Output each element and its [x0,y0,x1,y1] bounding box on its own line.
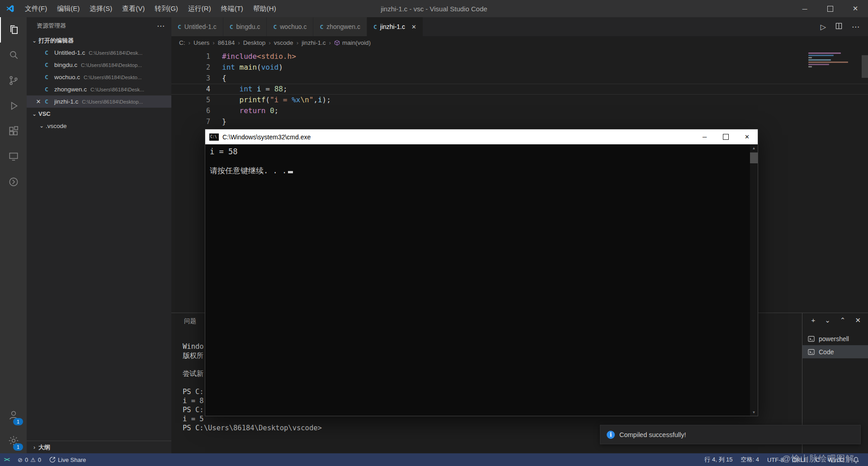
menu-file[interactable]: 文件(F) [20,0,52,17]
run-file-icon[interactable]: ▷ [821,23,826,31]
cmd-scrollbar-thumb[interactable] [750,152,758,163]
file-path: C:\Users\86184\Desktop... [81,62,171,68]
breadcrumb-item[interactable]: vscode [274,39,293,46]
notification-toast[interactable]: i Compiled successfully! [600,425,861,444]
tree-item-vscode-folder[interactable]: ⌄ .vscode [27,120,171,132]
cmd-title-bar[interactable]: C:\ C:\Windows\system32\cmd.exe ─ ✕ [205,129,758,144]
cursor-position[interactable]: 行 4, 列 15 [700,453,736,466]
open-editor-jinzhi-active[interactable]: ✕ C jinzhi-1.c C:\Users\86184\Desktop... [27,95,171,108]
c-file-icon: C [273,24,277,30]
editor-scrollbar-thumb[interactable] [862,55,868,78]
source-control-icon[interactable] [0,68,27,93]
menu-go[interactable]: 转到(G) [150,0,183,17]
open-editor-untitled[interactable]: C Untitled-1.c C:\Users\86184\Desk... [27,47,171,59]
menu-terminal[interactable]: 终端(T) [216,0,248,17]
live-share-icon[interactable] [0,169,27,195]
scroll-up-icon[interactable]: ▲ [750,144,758,152]
run-debug-icon[interactable] [0,93,27,119]
remote-icon: >< [4,456,9,463]
tab-wochuo[interactable]: C wochuo.c [267,17,313,36]
code-line-7[interactable]: 7 } [171,116,868,127]
split-editor-icon[interactable] [835,23,842,31]
settings-gear-icon[interactable]: 1 [0,428,27,453]
open-editor-bingdu[interactable]: C bingdu.c C:\Users\86184\Desktop... [27,59,171,71]
breadcrumb-item[interactable]: 86184 [218,39,235,46]
breadcrumb: C: › Users › 86184 › Desktop › vscode › … [171,36,868,49]
cmd-scrollbar[interactable]: ▲ ▼ [750,144,758,416]
search-icon[interactable] [0,43,27,68]
close-icon[interactable]: ✕ [35,98,42,105]
tab-label: zhongwen.c [326,23,360,30]
outline-section[interactable]: › 大纲 [27,441,171,453]
tab-bingdu[interactable]: C bingdu.c [223,17,267,36]
open-editors-section[interactable]: ⌄ 打开的编辑器 [27,34,171,47]
maximize-button[interactable] [817,0,843,17]
scroll-down-icon[interactable]: ▼ [750,409,758,416]
tab-untitled-1c[interactable]: C Untitled-1.c [171,17,223,36]
file-name: wochuo.c [54,74,80,81]
code-token: ; [283,85,288,93]
remote-explorer-icon[interactable] [0,144,27,169]
terminal-dropdown-icon[interactable]: ⌄ [825,316,830,324]
code-line-6[interactable]: 6 return 0; [171,105,868,116]
cmd-minimize-button[interactable]: ─ [694,129,715,144]
sidebar-actions-icon[interactable]: ⋯ [157,21,165,31]
maximize-panel-icon[interactable]: ⌃ [840,316,846,324]
code-token: "i = [270,95,292,104]
open-editor-wochuo[interactable]: C wochuo.c C:\Users\86184\Deskto... [27,71,171,83]
remote-indicator[interactable]: >< [0,453,14,466]
close-panel-icon[interactable]: ✕ [855,316,861,324]
open-editor-zhongwen[interactable]: C zhongwen.c C:\Users\86184\Desk... [27,83,171,95]
c-file-icon: C [45,74,51,81]
breadcrumb-item[interactable]: jinzhi-1.c [302,39,326,46]
breadcrumb-item[interactable]: C: [179,39,185,46]
indentation[interactable]: 空格: 4 [736,453,763,466]
minimap-line [808,66,812,67]
cmd-maximize-icon [723,134,729,140]
watermark: @愉山脉绘吧图解 [782,453,854,465]
panel-tab-problems[interactable]: 问题 [184,317,196,325]
cmd-close-button[interactable]: ✕ [736,129,758,144]
minimap-line [808,52,841,54]
menu-run[interactable]: 运行(R) [183,0,216,17]
minimap[interactable] [808,52,858,68]
minimize-button[interactable]: ─ [792,0,817,17]
tab-zhongwen[interactable]: C zhongwen.c [313,17,367,36]
code-token: ; [274,106,279,115]
menu-edit[interactable]: 编辑(E) [52,0,85,17]
code-line-2[interactable]: 2 int main(void) [171,62,868,73]
breadcrumb-item[interactable]: Desktop [243,39,266,46]
code-line-5[interactable]: 5 printf("i = %x\n",i); [171,95,868,105]
extensions-icon[interactable] [0,119,27,144]
terminal-instance-powershell[interactable]: powershell [802,332,868,345]
code-line-1[interactable]: 1 #include<stdio.h> [171,51,868,62]
chevron-down-icon: ⌄ [38,123,46,129]
cmd-output-line: 请按任意键继续. . . [210,166,750,176]
tab-close-icon[interactable]: ✕ [411,24,416,30]
code-token: return [240,106,266,115]
tab-label: bingdu.c [236,23,260,30]
folder-section-vsc[interactable]: ⌄ VSC [27,108,171,120]
tab-jinzhi-active[interactable]: C jinzhi-1.c ✕ [367,17,423,36]
menu-selection[interactable]: 选择(S) [85,0,117,17]
new-terminal-icon[interactable]: + [811,316,816,324]
code-token: int [222,63,235,71]
account-icon[interactable]: 1 [0,403,27,428]
explorer-icon[interactable] [0,17,27,43]
close-button[interactable]: ✕ [843,0,868,17]
sidebar-header: 资源管理器 ⋯ [27,17,171,34]
maximize-icon [827,6,833,12]
live-share-status[interactable]: Live Share [45,453,90,466]
more-actions-icon[interactable]: ⋯ [852,22,860,32]
terminal-instance-code[interactable]: Code [802,345,868,358]
problems-status[interactable]: ⊘ 0 ⚠ 0 [14,453,45,466]
menu-help[interactable]: 帮助(H) [248,0,281,17]
code-token: = [261,85,274,93]
breadcrumb-symbol[interactable]: main(void) [334,39,371,46]
code-token: " [309,95,314,104]
cmd-maximize-button[interactable] [715,129,736,144]
breadcrumb-item[interactable]: Users [193,39,209,46]
code-line-4-current[interactable]: 4 int i = 88; [171,84,868,95]
menu-view[interactable]: 查看(V) [117,0,150,17]
code-line-3[interactable]: 3 { [171,73,868,84]
